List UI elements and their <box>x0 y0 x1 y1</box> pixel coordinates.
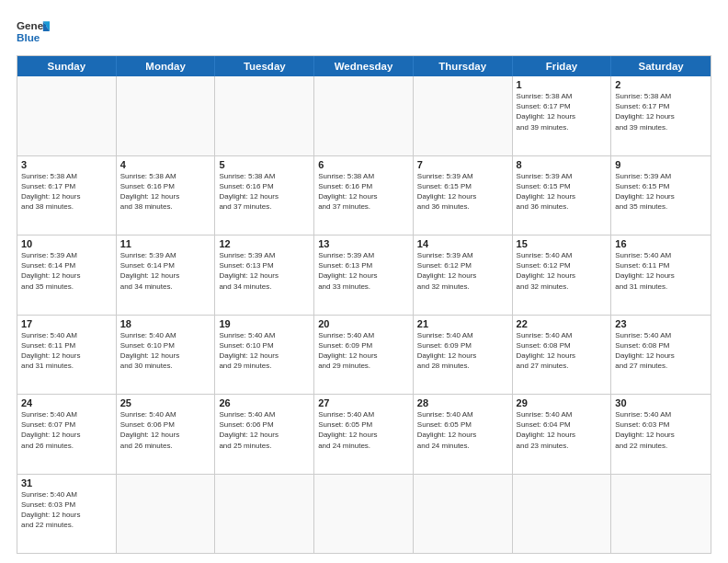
day-info: Sunrise: 5:40 AM Sunset: 6:03 PM Dayligh… <box>21 489 112 531</box>
calendar-cell: 16Sunrise: 5:40 AM Sunset: 6:11 PM Dayli… <box>611 236 711 315</box>
day-info: Sunrise: 5:40 AM Sunset: 6:06 PM Dayligh… <box>219 409 310 451</box>
day-number: 28 <box>417 397 508 408</box>
day-info: Sunrise: 5:39 AM Sunset: 6:14 PM Dayligh… <box>21 250 112 292</box>
day-number: 31 <box>21 477 112 488</box>
calendar-cell <box>611 475 711 554</box>
calendar-cell: 15Sunrise: 5:40 AM Sunset: 6:12 PM Dayli… <box>513 236 612 315</box>
calendar-cell: 18Sunrise: 5:40 AM Sunset: 6:10 PM Dayli… <box>117 316 216 395</box>
day-info: Sunrise: 5:39 AM Sunset: 6:13 PM Dayligh… <box>219 250 310 292</box>
day-number: 16 <box>615 238 707 249</box>
day-number: 17 <box>21 318 112 329</box>
day-info: Sunrise: 5:40 AM Sunset: 6:05 PM Dayligh… <box>318 409 409 451</box>
day-info: Sunrise: 5:40 AM Sunset: 6:05 PM Dayligh… <box>417 409 508 451</box>
day-number: 20 <box>318 318 409 329</box>
day-info: Sunrise: 5:38 AM Sunset: 6:17 PM Dayligh… <box>21 171 112 213</box>
weekday-header: Sunday <box>17 56 117 76</box>
day-info: Sunrise: 5:40 AM Sunset: 6:06 PM Dayligh… <box>120 409 211 451</box>
calendar-cell <box>215 76 314 155</box>
calendar-row: 17Sunrise: 5:40 AM Sunset: 6:11 PM Dayli… <box>17 315 711 395</box>
day-info: Sunrise: 5:39 AM Sunset: 6:15 PM Dayligh… <box>517 171 608 213</box>
calendar-cell: 25Sunrise: 5:40 AM Sunset: 6:06 PM Dayli… <box>117 395 216 474</box>
day-number: 13 <box>318 238 409 249</box>
day-number: 26 <box>219 397 310 408</box>
day-info: Sunrise: 5:40 AM Sunset: 6:08 PM Dayligh… <box>517 330 608 372</box>
header: General Blue <box>17 15 711 48</box>
calendar-cell: 10Sunrise: 5:39 AM Sunset: 6:14 PM Dayli… <box>17 236 117 315</box>
calendar-cell: 1Sunrise: 5:38 AM Sunset: 6:17 PM Daylig… <box>513 76 612 155</box>
calendar-cell: 22Sunrise: 5:40 AM Sunset: 6:08 PM Dayli… <box>513 316 612 395</box>
day-info: Sunrise: 5:40 AM Sunset: 6:09 PM Dayligh… <box>417 330 508 372</box>
calendar: SundayMondayTuesdayWednesdayThursdayFrid… <box>17 55 711 554</box>
calendar-cell: 5Sunrise: 5:38 AM Sunset: 6:16 PM Daylig… <box>215 156 314 236</box>
day-number: 18 <box>120 318 211 329</box>
calendar-cell: 6Sunrise: 5:38 AM Sunset: 6:16 PM Daylig… <box>314 156 414 236</box>
day-info: Sunrise: 5:40 AM Sunset: 6:11 PM Dayligh… <box>615 250 707 292</box>
calendar-row: 3Sunrise: 5:38 AM Sunset: 6:17 PM Daylig… <box>17 155 711 236</box>
day-number: 22 <box>517 318 608 329</box>
calendar-cell: 27Sunrise: 5:40 AM Sunset: 6:05 PM Dayli… <box>314 395 414 474</box>
calendar-cell: 8Sunrise: 5:39 AM Sunset: 6:15 PM Daylig… <box>513 156 612 236</box>
weekday-header: Monday <box>117 56 216 76</box>
calendar-cell: 21Sunrise: 5:40 AM Sunset: 6:09 PM Dayli… <box>414 316 513 395</box>
calendar-body: 1Sunrise: 5:38 AM Sunset: 6:17 PM Daylig… <box>17 76 711 553</box>
calendar-cell: 23Sunrise: 5:40 AM Sunset: 6:08 PM Dayli… <box>611 316 711 395</box>
day-number: 15 <box>517 238 608 249</box>
day-info: Sunrise: 5:40 AM Sunset: 6:09 PM Dayligh… <box>318 330 409 372</box>
day-number: 21 <box>417 318 508 329</box>
day-info: Sunrise: 5:39 AM Sunset: 6:15 PM Dayligh… <box>615 171 707 213</box>
weekday-header: Tuesday <box>215 56 314 76</box>
weekday-header: Wednesday <box>314 56 414 76</box>
day-info: Sunrise: 5:38 AM Sunset: 6:16 PM Dayligh… <box>318 171 409 213</box>
day-number: 27 <box>318 397 409 408</box>
day-number: 10 <box>21 238 112 249</box>
weekday-header: Friday <box>513 56 612 76</box>
calendar-cell <box>215 475 314 554</box>
day-info: Sunrise: 5:38 AM Sunset: 6:16 PM Dayligh… <box>219 171 310 213</box>
day-number: 24 <box>21 397 112 408</box>
calendar-cell: 17Sunrise: 5:40 AM Sunset: 6:11 PM Dayli… <box>17 316 117 395</box>
day-info: Sunrise: 5:39 AM Sunset: 6:15 PM Dayligh… <box>417 171 508 213</box>
day-number: 30 <box>615 397 707 408</box>
calendar-cell <box>314 475 414 554</box>
day-info: Sunrise: 5:40 AM Sunset: 6:11 PM Dayligh… <box>21 330 112 372</box>
day-info: Sunrise: 5:40 AM Sunset: 6:07 PM Dayligh… <box>21 409 112 451</box>
calendar-cell: 3Sunrise: 5:38 AM Sunset: 6:17 PM Daylig… <box>17 156 117 236</box>
calendar-cell: 4Sunrise: 5:38 AM Sunset: 6:16 PM Daylig… <box>117 156 216 236</box>
day-info: Sunrise: 5:38 AM Sunset: 6:16 PM Dayligh… <box>120 171 211 213</box>
day-number: 7 <box>417 159 508 170</box>
day-info: Sunrise: 5:40 AM Sunset: 6:10 PM Dayligh… <box>219 330 310 372</box>
day-info: Sunrise: 5:38 AM Sunset: 6:17 PM Dayligh… <box>517 91 608 132</box>
svg-text:Blue: Blue <box>17 31 40 43</box>
day-number: 11 <box>120 238 211 249</box>
calendar-row: 1Sunrise: 5:38 AM Sunset: 6:17 PM Daylig… <box>17 76 711 155</box>
calendar-cell <box>17 76 117 155</box>
day-number: 12 <box>219 238 310 249</box>
weekday-header: Thursday <box>414 56 513 76</box>
day-info: Sunrise: 5:40 AM Sunset: 6:08 PM Dayligh… <box>615 330 707 372</box>
calendar-row: 31Sunrise: 5:40 AM Sunset: 6:03 PM Dayli… <box>17 474 711 554</box>
day-number: 25 <box>120 397 211 408</box>
day-info: Sunrise: 5:40 AM Sunset: 6:12 PM Dayligh… <box>517 250 608 292</box>
calendar-cell: 13Sunrise: 5:39 AM Sunset: 6:13 PM Dayli… <box>314 236 414 315</box>
calendar-cell: 2Sunrise: 5:38 AM Sunset: 6:17 PM Daylig… <box>611 76 711 155</box>
day-info: Sunrise: 5:40 AM Sunset: 6:03 PM Dayligh… <box>615 409 707 451</box>
logo: General Blue <box>17 15 50 48</box>
calendar-cell: 9Sunrise: 5:39 AM Sunset: 6:15 PM Daylig… <box>611 156 711 236</box>
calendar-cell: 20Sunrise: 5:40 AM Sunset: 6:09 PM Dayli… <box>314 316 414 395</box>
calendar-cell: 29Sunrise: 5:40 AM Sunset: 6:04 PM Dayli… <box>513 395 612 474</box>
calendar-cell <box>314 76 414 155</box>
day-number: 6 <box>318 159 409 170</box>
day-info: Sunrise: 5:40 AM Sunset: 6:10 PM Dayligh… <box>120 330 211 372</box>
logo-icon: General Blue <box>17 15 50 48</box>
calendar-cell: 30Sunrise: 5:40 AM Sunset: 6:03 PM Dayli… <box>611 395 711 474</box>
day-number: 23 <box>615 318 707 329</box>
calendar-cell: 11Sunrise: 5:39 AM Sunset: 6:14 PM Dayli… <box>117 236 216 315</box>
day-number: 8 <box>517 159 608 170</box>
calendar-cell: 14Sunrise: 5:39 AM Sunset: 6:12 PM Dayli… <box>414 236 513 315</box>
day-number: 3 <box>21 159 112 170</box>
calendar-cell: 7Sunrise: 5:39 AM Sunset: 6:15 PM Daylig… <box>414 156 513 236</box>
day-number: 2 <box>615 79 707 90</box>
calendar-row: 10Sunrise: 5:39 AM Sunset: 6:14 PM Dayli… <box>17 235 711 315</box>
day-info: Sunrise: 5:40 AM Sunset: 6:04 PM Dayligh… <box>517 409 608 451</box>
day-number: 29 <box>517 397 608 408</box>
